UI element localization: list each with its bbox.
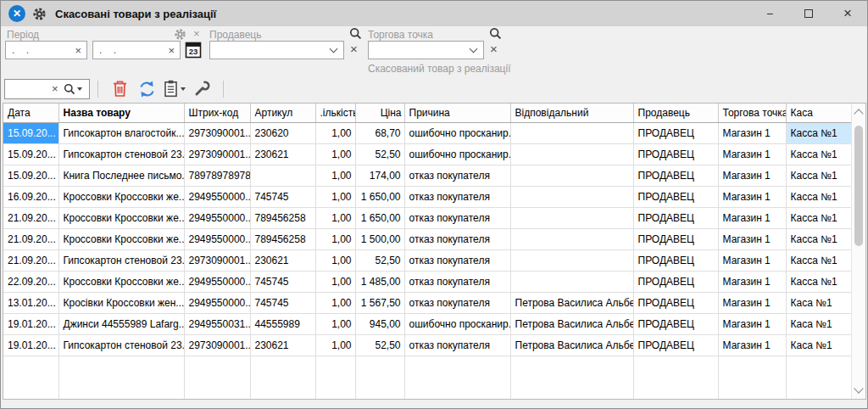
cell[interactable]: ПРОДАВЕЦ [633,313,718,334]
cell[interactable]: отказ покупателя [404,271,510,292]
cell[interactable]: 21.09.20... [3,228,58,249]
cell[interactable]: 2973090001... [184,122,250,143]
calendar-button[interactable]: 23 [185,40,202,59]
cell[interactable]: Касса №1 [786,186,851,207]
cell[interactable]: 745745 [250,271,315,292]
cell[interactable]: 230621 [250,334,315,356]
cell[interactable]: 15.09.20... [3,122,58,143]
cell[interactable]: Магазин 1 [718,249,786,271]
cell[interactable]: Касса №1 [786,122,851,143]
cell[interactable]: 789456258 [250,207,315,228]
cell[interactable]: Каса №1 [786,334,851,356]
cell[interactable]: 1,00 [315,271,355,292]
cell[interactable]: отказ покупателя [404,207,510,228]
seller-clear-button[interactable]: × [350,43,358,55]
cell[interactable]: 174,00 [355,165,404,186]
cell[interactable]: 230620 [250,122,315,143]
cell[interactable]: Кросівки Кроссовки жен... [58,292,184,313]
cell[interactable]: Магазин 1 [718,271,786,292]
cell[interactable]: отказ покупателя [404,228,510,249]
cell[interactable]: 2949550000... [184,186,250,207]
cell[interactable]: ПРОДАВЕЦ [633,207,718,228]
service-button[interactable] [191,78,213,100]
cell[interactable]: 15.09.20... [3,143,58,165]
cell[interactable]: 44555989 [250,313,315,334]
cell[interactable]: 19.01.20... [3,313,58,334]
cell[interactable]: Каса №1 [786,313,851,334]
cell[interactable]: отказ покупателя [404,292,510,313]
cell[interactable]: 2973090001... [184,249,250,271]
cell[interactable] [510,122,633,143]
cell[interactable]: 1,00 [315,292,355,313]
cell[interactable]: Петрова Василиса Альбе... [510,313,633,334]
cell[interactable] [510,249,633,271]
cell[interactable]: отказ покупателя [404,186,510,207]
cell[interactable]: 789789789789 [184,165,250,186]
cell[interactable]: 68,70 [355,122,404,143]
cell[interactable]: 21.09.20... [3,207,58,228]
column-header[interactable]: Ціна [355,104,404,122]
column-header[interactable]: Назва товару [58,104,184,122]
cell[interactable]: Касса №1 [786,207,851,228]
cell[interactable]: 1,00 [315,186,355,207]
cell[interactable]: 52,50 [355,143,404,165]
cell[interactable]: отказ покупателя [404,334,510,356]
cell[interactable]: 1 567,50 [355,292,404,313]
scroll-down-icon[interactable] [854,384,863,393]
cell[interactable]: 1,00 [315,143,355,165]
cell[interactable]: 1,00 [315,249,355,271]
close-button[interactable]: × [828,1,867,26]
cell[interactable] [510,228,633,249]
cell[interactable]: 16.09.20... [3,186,58,207]
cell[interactable] [510,165,633,186]
cell[interactable]: Магазин 1 [718,122,786,143]
cell[interactable]: Касса №1 [786,165,851,186]
scrollbar-thumb[interactable] [854,126,863,246]
cell[interactable]: 230621 [250,249,315,271]
maximize-button[interactable] [789,1,828,26]
cell[interactable]: отказ покупателя [404,249,510,271]
cell[interactable]: 1,00 [315,165,355,186]
cell[interactable]: Касса №1 [786,249,851,271]
cell[interactable]: 745745 [250,292,315,313]
report-button[interactable] [163,80,186,98]
cell[interactable]: 789456258 [250,228,315,249]
cell[interactable]: ошибочно просканир... [404,122,510,143]
cell[interactable]: 2973090001... [184,334,250,356]
cell[interactable]: отказ покупателя [404,165,510,186]
column-header[interactable]: Дата [3,104,58,122]
column-header[interactable]: Продавець [633,104,718,122]
cell[interactable]: 745745 [250,186,315,207]
cell[interactable]: 1 485,00 [355,271,404,292]
cell[interactable]: Кроссовки Кроссовки же... [58,228,184,249]
cell[interactable]: Магазин 1 [718,228,786,249]
cell[interactable]: ПРОДАВЕЦ [633,143,718,165]
cell[interactable]: Каса №1 [786,292,851,313]
cell[interactable]: ошибочно просканир... [404,313,510,334]
seller-search-icon[interactable] [349,27,362,40]
cell[interactable]: ПРОДАВЕЦ [633,334,718,356]
column-header[interactable]: Відповідальний [510,104,633,122]
cell[interactable]: 2949550031... [184,313,250,334]
cell[interactable]: Гипсокартон влагостойк... [58,122,184,143]
cell[interactable]: Магазин 1 [718,334,786,356]
cell[interactable]: ошибочно просканир... [404,143,510,165]
cell[interactable]: 1,00 [315,207,355,228]
cell[interactable]: ПРОДАВЕЦ [633,122,718,143]
cell[interactable]: ПРОДАВЕЦ [633,165,718,186]
period-gear-icon[interactable] [174,28,186,41]
cell[interactable]: 2949550000... [184,207,250,228]
cell[interactable]: 2949550000... [184,228,250,249]
cell[interactable]: 22.09.20... [3,271,58,292]
cell[interactable]: 15.09.20... [3,165,58,186]
column-header[interactable]: Артикул [250,104,315,122]
cell[interactable]: 1,00 [315,334,355,356]
cell[interactable]: 52,50 [355,334,404,356]
cell[interactable]: Магазин 1 [718,143,786,165]
column-header[interactable]: .ількість [315,104,355,122]
cell[interactable]: 1,00 [315,228,355,249]
cell[interactable]: 945,00 [355,313,404,334]
outlet-search-icon[interactable] [489,27,502,40]
cell[interactable]: ПРОДАВЕЦ [633,249,718,271]
cell[interactable]: 1 650,00 [355,207,404,228]
